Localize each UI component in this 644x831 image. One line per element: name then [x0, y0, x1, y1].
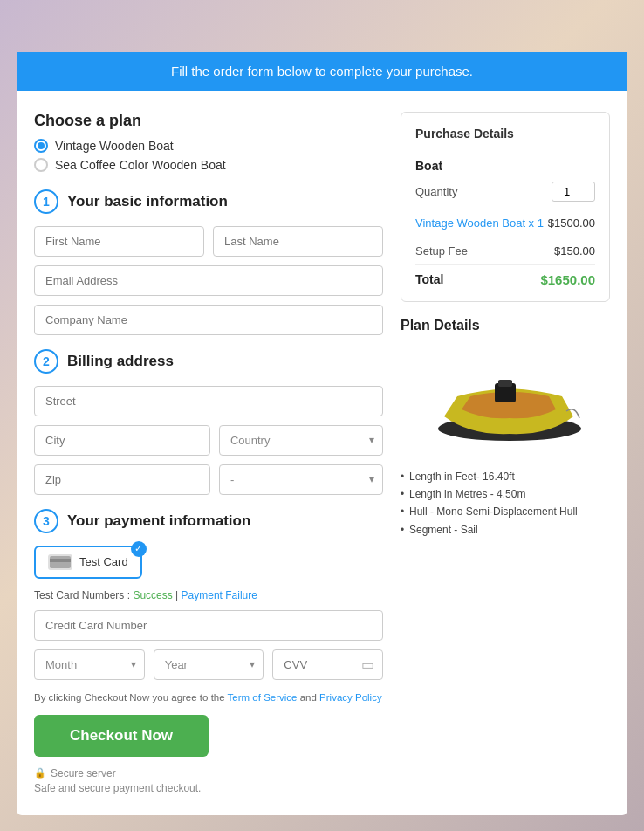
purchase-details-title: Purchase Details: [415, 127, 595, 148]
card-check-icon: ✓: [131, 541, 147, 557]
secure-server-row: 🔒 Secure server: [34, 767, 383, 779]
plan-option-2[interactable]: Sea Coffee Color Wooden Boat: [34, 158, 383, 172]
step2-circle: 2: [34, 349, 58, 374]
step1-circle: 1: [34, 189, 58, 214]
separator: |: [173, 589, 182, 601]
step3-header: 3 Your payment information: [34, 509, 383, 533]
quantity-row: Quantity: [415, 182, 595, 202]
state-select[interactable]: -: [219, 464, 383, 495]
year-select[interactable]: Year 202420252026 20272028: [154, 649, 264, 680]
checkout-button[interactable]: Checkout Now: [34, 715, 209, 757]
step2-header: 2 Billing address: [34, 349, 383, 374]
boat-section-label: Boat: [415, 159, 595, 173]
setup-fee-row: Setup Fee $150.00: [415, 244, 595, 258]
svg-rect-1: [50, 559, 71, 562]
spec-item-0: Length in Feet- 16.40ft: [401, 468, 610, 485]
country-select-wrapper: Country: [219, 425, 383, 456]
plan-option-1[interactable]: Vintage Wooden Boat: [34, 139, 383, 153]
product-price: $1500.00: [548, 216, 595, 230]
secure-payment-text: Safe and secure payment checkout.: [34, 782, 383, 794]
divider3: [415, 264, 595, 265]
plan-details-title: Plan Details: [401, 318, 610, 333]
street-input[interactable]: [34, 386, 383, 416]
email-input[interactable]: [34, 265, 383, 296]
terms-prefix: By clicking Checkout Now you agree to th…: [34, 692, 228, 703]
svg-rect-4: [498, 380, 512, 387]
spec-item-3: Segment - Sail: [401, 521, 610, 539]
cvv-input[interactable]: [272, 649, 383, 680]
product-name: Vintage Wooden Boat x 1: [415, 216, 544, 230]
city-input[interactable]: [34, 425, 210, 456]
last-name-input[interactable]: [213, 226, 383, 257]
terms-middle: and: [298, 692, 320, 703]
boat-image-container: [401, 344, 610, 457]
step3-circle: 3: [34, 509, 58, 533]
purchase-details-box: Purchase Details Boat Quantity Vintage W…: [401, 112, 610, 302]
checkout-label: Checkout Now: [70, 727, 173, 744]
quantity-input[interactable]: [552, 182, 595, 202]
cc-row: [34, 610, 383, 641]
month-year-cvv-row: Month 010203 040506 070809 101112 Year 2…: [34, 649, 383, 680]
secure-info: 🔒 Secure server Safe and secure payment …: [34, 767, 383, 794]
success-link[interactable]: Success: [133, 589, 172, 601]
credit-card-input[interactable]: [34, 610, 383, 641]
zip-input[interactable]: [34, 464, 210, 495]
terms-text: By clicking Checkout Now you agree to th…: [34, 692, 383, 703]
plan-specs: Length in Feet- 16.40ft Length in Metres…: [401, 468, 610, 539]
card-icon: [48, 554, 72, 570]
divider1: [415, 209, 595, 209]
terms-link1[interactable]: Term of Service: [228, 692, 298, 703]
plan-label-1: Vintage Wooden Boat: [55, 139, 174, 153]
radio-circle-1: [34, 139, 48, 153]
name-row: [34, 226, 383, 257]
cvv-wrapper: [272, 649, 383, 680]
month-select[interactable]: Month 010203 040506 070809 101112: [34, 649, 145, 680]
terms-link2[interactable]: Privacy Policy: [319, 692, 382, 703]
plan-details-section: Plan Details: [401, 318, 610, 539]
banner-text: Fill the order form below to complete yo…: [171, 64, 473, 79]
total-label: Total: [415, 272, 443, 287]
lock-icon: 🔒: [34, 767, 46, 779]
top-banner: Fill the order form below to complete yo…: [17, 52, 627, 91]
plan-label-2: Sea Coffee Color Wooden Boat: [55, 158, 226, 172]
state-select-wrapper: -: [219, 464, 383, 495]
card-option[interactable]: Test Card ✓: [34, 546, 142, 579]
test-card-label: Test Card Numbers :: [34, 589, 133, 601]
company-input[interactable]: [34, 305, 383, 335]
step1-header: 1 Your basic information: [34, 189, 383, 214]
city-country-row: Country: [34, 425, 383, 456]
divider2: [415, 237, 595, 237]
boat-image: [418, 348, 593, 453]
setup-fee-value: $150.00: [554, 244, 595, 258]
total-value: $1650.00: [540, 272, 595, 287]
company-row: [34, 305, 383, 335]
right-column: Purchase Details Boat Quantity Vintage W…: [401, 112, 610, 539]
step1-title: Your basic information: [67, 193, 228, 210]
quantity-label: Quantity: [415, 185, 457, 198]
left-column: Choose a plan Vintage Wooden Boat Sea Co…: [34, 112, 383, 794]
street-row: [34, 386, 383, 416]
page-wrapper: Fill the order form below to complete yo…: [17, 17, 627, 831]
spec-item-2: Hull - Mono Semi-Displacement Hull: [401, 503, 610, 520]
card-option-label: Test Card: [79, 555, 128, 568]
test-card-info: Test Card Numbers : Success | Payment Fa…: [34, 589, 383, 601]
step2-title: Billing address: [67, 353, 174, 370]
choose-plan-title: Choose a plan: [34, 112, 383, 130]
email-row: [34, 265, 383, 296]
secure-server-text: Secure server: [51, 767, 116, 779]
step3-title: Your payment information: [67, 512, 250, 530]
radio-circle-2: [34, 158, 48, 172]
plan-radio-group: Vintage Wooden Boat Sea Coffee Color Woo…: [34, 139, 383, 172]
first-name-input[interactable]: [34, 226, 204, 257]
setup-fee-label: Setup Fee: [415, 244, 468, 258]
year-select-wrapper: Year 202420252026 20272028: [154, 649, 264, 680]
country-select[interactable]: Country: [219, 425, 383, 456]
spec-item-1: Length in Metres - 4.50m: [401, 485, 610, 503]
month-select-wrapper: Month 010203 040506 070809 101112: [34, 649, 145, 680]
total-row: Total $1650.00: [415, 272, 595, 287]
product-row: Vintage Wooden Boat x 1 $1500.00: [415, 216, 595, 230]
failure-link[interactable]: Payment Failure: [182, 589, 257, 601]
zip-state-row: -: [34, 464, 383, 495]
main-card: Choose a plan Vintage Wooden Boat Sea Co…: [17, 91, 627, 815]
